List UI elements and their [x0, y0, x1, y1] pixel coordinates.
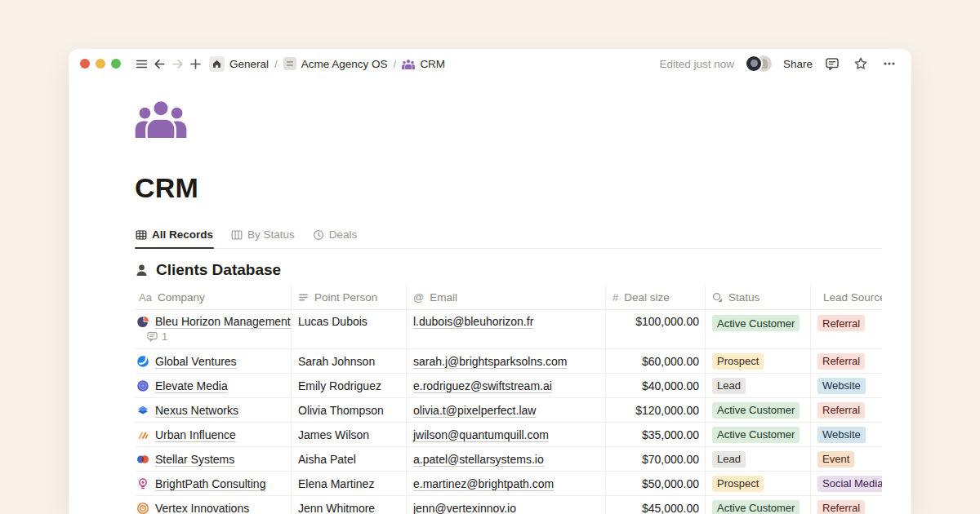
status-chip[interactable]: Lead	[712, 451, 746, 467]
status-chip[interactable]: Active Customer	[712, 402, 800, 419]
column-header-point-person[interactable]: Point Person	[292, 286, 407, 309]
lead-source-chip[interactable]: Referral	[817, 353, 865, 370]
company-name[interactable]: Global Ventures	[155, 355, 237, 368]
venn-logo	[136, 453, 149, 466]
table-row[interactable]: Bleu Horizon Management 1 Lucas Dubois l…	[135, 310, 882, 349]
forward-button[interactable]	[168, 55, 186, 73]
text-style-icon: Aa	[139, 291, 152, 304]
email-cell[interactable]: e.martinez@brightpath.com	[413, 477, 554, 490]
company-name[interactable]: Urban Influence	[155, 428, 236, 441]
comments-icon[interactable]	[823, 55, 841, 73]
text-lines-icon	[298, 292, 309, 303]
table-row[interactable]: BrightPath Consulting Elena Martinez e.m…	[135, 472, 882, 496]
email-cell[interactable]: l.dubois@bleuhorizon.fr	[413, 315, 533, 328]
new-page-button[interactable]	[186, 55, 204, 73]
deal-size-cell[interactable]: $50,000.00	[606, 472, 706, 495]
more-options-icon[interactable]	[880, 55, 898, 73]
people-icon	[402, 59, 415, 69]
breadcrumb-item-workspace[interactable]: Acme Agency OS	[301, 58, 388, 70]
point-person-cell[interactable]: Olivia Thompson	[292, 398, 407, 422]
tab-label: Deals	[329, 228, 358, 241]
people-group-icon[interactable]	[135, 100, 187, 138]
sidebar-toggle-button[interactable]	[132, 55, 150, 73]
table-header: Aa Company Point Person @ Email # Deal s…	[135, 286, 882, 310]
workspace-icon[interactable]	[283, 57, 296, 70]
email-cell[interactable]: sarah.j@brightsparksolns.com	[413, 355, 568, 368]
company-name[interactable]: BrightPath Consulting	[155, 477, 265, 490]
company-name[interactable]: Elevate Media	[155, 379, 228, 392]
breadcrumb-item-page[interactable]: CRM	[420, 58, 445, 70]
company-name[interactable]: Bleu Horizon Management	[155, 315, 291, 328]
deal-size-cell[interactable]: $100,000.00	[606, 310, 706, 348]
back-button[interactable]	[150, 55, 168, 73]
point-person-cell[interactable]: Jenn Whitmore	[292, 496, 407, 514]
column-header-email[interactable]: @ Email	[407, 286, 606, 309]
deal-size-cell[interactable]: $35,000.00	[606, 423, 706, 446]
topbar-actions: Edited just now Share	[659, 55, 898, 73]
view-tabs: All Records By Status Deals	[135, 224, 882, 249]
breadcrumb-item-general[interactable]: General	[229, 58, 269, 70]
email-cell[interactable]: jwilson@quantumquill.com	[413, 428, 549, 441]
company-name[interactable]: Vertex Innovations	[155, 502, 249, 514]
status-chip[interactable]: Prospect	[712, 353, 764, 370]
status-chip[interactable]: Active Customer	[712, 500, 800, 514]
home-icon[interactable]	[209, 56, 225, 72]
point-person-cell[interactable]: Lucas Dubois	[292, 310, 407, 348]
lead-source-chip[interactable]: Referral	[817, 315, 865, 331]
share-button[interactable]: Share	[783, 58, 813, 70]
column-header-lead-source[interactable]: Lead Source	[811, 286, 882, 309]
status-chip[interactable]: Lead	[712, 378, 746, 394]
database-title[interactable]: Clients Database	[135, 261, 882, 279]
table-row[interactable]: Elevate Media Emily Rodriguez e.rodrigue…	[135, 374, 882, 398]
column-header-company[interactable]: Aa Company	[135, 286, 292, 309]
person-icon	[135, 264, 149, 277]
number-icon: #	[612, 291, 618, 304]
deal-size-cell[interactable]: $60,000.00	[606, 349, 706, 373]
page-title[interactable]: CRM	[135, 172, 882, 204]
point-person-cell[interactable]: Emily Rodriguez	[292, 374, 407, 397]
deal-size-cell[interactable]: $120,000.00	[606, 398, 706, 422]
table-row[interactable]: Urban Influence James Wilson jwilson@qua…	[135, 423, 882, 447]
stripes-logo	[136, 428, 149, 441]
notion-window: General / Acme Agency OS / CRM Edited	[69, 49, 911, 514]
lead-source-chip[interactable]: Website	[817, 378, 866, 394]
lead-source-chip[interactable]: Social Media	[817, 476, 882, 492]
close-button[interactable]	[80, 59, 90, 69]
lead-source-chip[interactable]: Event	[817, 451, 854, 467]
point-person-cell[interactable]: Aisha Patel	[292, 447, 407, 471]
tab-by-status[interactable]: By Status	[230, 224, 296, 248]
company-name[interactable]: Nexus Networks	[155, 404, 238, 417]
deal-size-cell[interactable]: $40,000.00	[606, 374, 706, 397]
status-chip[interactable]: Active Customer	[712, 427, 800, 443]
globe-logo	[136, 355, 149, 368]
minimize-button[interactable]	[96, 59, 105, 69]
status-icon	[712, 292, 723, 303]
favorite-star-icon[interactable]	[852, 55, 870, 73]
email-cell[interactable]: jenn@vertexinnov.io	[413, 502, 516, 514]
status-chip[interactable]: Prospect	[712, 476, 764, 492]
deal-size-cell[interactable]: $45,000.00	[606, 496, 706, 514]
table-row[interactable]: Vertex Innovations Jenn Whitmore jenn@ve…	[135, 496, 882, 514]
lead-source-chip[interactable]: Referral	[817, 402, 865, 419]
point-person-cell[interactable]: Sarah Johnson	[292, 349, 407, 373]
table-row[interactable]: Stellar Systems Aisha Patel a.patel@stel…	[135, 447, 882, 472]
column-header-status[interactable]: Status	[706, 286, 811, 309]
lead-source-chip[interactable]: Referral	[817, 500, 865, 514]
table-row[interactable]: Global Ventures Sarah Johnson sarah.j@br…	[135, 349, 882, 374]
table-row[interactable]: Nexus Networks Olivia Thompson olivia.t@…	[135, 398, 882, 423]
point-person-cell[interactable]: Elena Martinez	[292, 472, 407, 495]
comment-count[interactable]: 1	[147, 330, 167, 343]
email-cell[interactable]: olivia.t@pixelperfect.law	[413, 404, 536, 417]
lead-source-chip[interactable]: Website	[817, 427, 866, 443]
point-person-cell[interactable]: James Wilson	[292, 423, 407, 446]
collaborator-avatars[interactable]	[745, 55, 773, 73]
email-cell[interactable]: a.patel@stellarsystems.io	[413, 453, 544, 466]
tab-all-records[interactable]: All Records	[135, 224, 214, 248]
tab-deals[interactable]: Deals	[312, 224, 359, 248]
email-cell[interactable]: e.rodriguez@swiftstream.ai	[413, 379, 552, 392]
company-name[interactable]: Stellar Systems	[155, 453, 234, 466]
deal-size-cell[interactable]: $70,000.00	[606, 447, 706, 471]
column-header-deal-size[interactable]: # Deal size	[606, 286, 706, 309]
status-chip[interactable]: Active Customer	[712, 315, 800, 331]
zoom-button[interactable]	[111, 59, 121, 69]
